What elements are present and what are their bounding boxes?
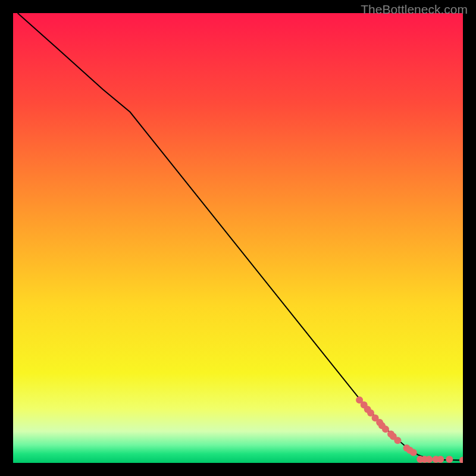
scatter-point	[394, 437, 401, 444]
gradient-background	[13, 13, 463, 463]
scatter-point	[446, 456, 453, 463]
plot-frame	[13, 13, 463, 463]
scatter-point	[437, 456, 444, 463]
watermark-text: TheBottleneck.com	[361, 2, 468, 17]
plot-canvas	[13, 13, 463, 463]
scatter-point	[410, 449, 417, 456]
scatter-point	[425, 456, 433, 463]
scatter-point	[382, 425, 389, 433]
